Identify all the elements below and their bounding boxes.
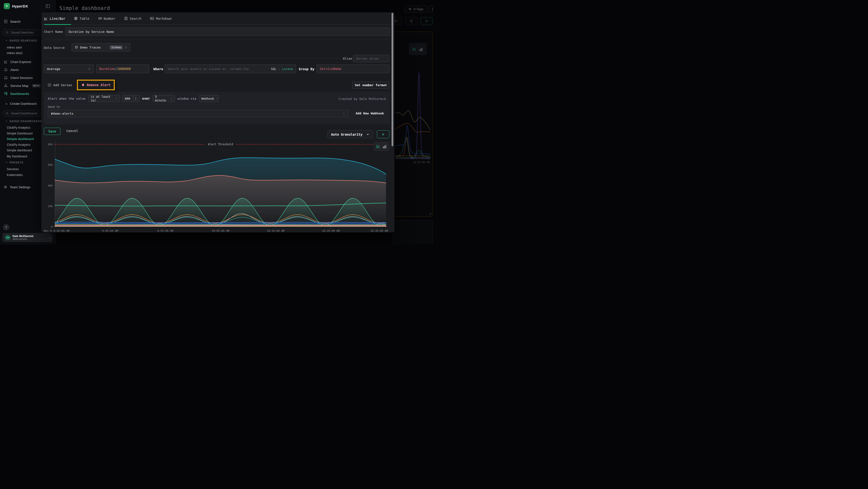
- aggregation-select[interactable]: Average: [44, 64, 94, 73]
- remove-alert-highlight: Remove Alert: [77, 80, 115, 90]
- help-button[interactable]: ?: [3, 224, 9, 230]
- svg-text:10:35:00 AM: 10:35:00 AM: [370, 229, 388, 232]
- sql-mode-toggle[interactable]: SQL: [271, 67, 277, 71]
- tags-button[interactable]: 0 Tags: [404, 5, 428, 13]
- sidebar-item-search[interactable]: Search: [4, 18, 21, 25]
- number-stepper[interactable]: [133, 95, 137, 102]
- alert-channel-select[interactable]: Webhook: [199, 95, 219, 102]
- search-doc-icon: [4, 20, 8, 23]
- dashboard-list-item[interactable]: Simple dashboard: [7, 147, 32, 153]
- bell-icon: [81, 83, 85, 87]
- hyperdx-logo-icon: [4, 3, 10, 9]
- svg-text:800: 800: [48, 143, 53, 146]
- sidebar-item-alerts[interactable]: Alerts: [4, 66, 19, 73]
- alert-window-select[interactable]: 5 minute: [153, 95, 175, 102]
- svg-text:Nov 6 9:35:00 AM: Nov 6 9:35:00 AM: [44, 229, 69, 232]
- divider: [44, 58, 340, 58]
- saved-search-item[interactable]: mikes tets2: [7, 50, 23, 56]
- user-name: Dale McDiarmid: [12, 235, 33, 238]
- tab-search[interactable]: Search: [124, 17, 142, 21]
- filter-button[interactable]: [405, 17, 417, 25]
- alert-condition-select[interactable]: is at least (≥): [88, 95, 120, 102]
- send-to-label: Send to: [48, 105, 60, 109]
- remove-alert-button[interactable]: Remove Alert: [87, 83, 111, 87]
- svg-text:0: 0: [51, 225, 53, 228]
- presets-header[interactable]: PRESETS: [5, 161, 23, 164]
- alias-label: Alias: [343, 57, 352, 60]
- tab-table[interactable]: Table: [74, 17, 89, 21]
- tile-resize-handle[interactable]: [429, 212, 431, 214]
- saved-dashboards-header[interactable]: SAVED DASHBOARDS: [5, 120, 42, 123]
- dashboard-list-item[interactable]: My Dashboard: [7, 153, 27, 159]
- cancel-button[interactable]: Cancel: [66, 129, 78, 133]
- database-icon: [75, 46, 78, 49]
- created-by-text: Created by Dale McDiarmid: [339, 97, 386, 100]
- sidebar-item-chart-explorer[interactable]: Chart Explorer: [4, 58, 31, 65]
- svg-text:10:15:00 AM: 10:15:00 AM: [267, 229, 284, 232]
- svg-text:400: 400: [48, 184, 53, 187]
- preset-item-services[interactable]: Services: [7, 166, 19, 172]
- tab-markdown[interactable]: Markdown: [150, 17, 172, 21]
- sidebar-item-dashboards[interactable]: Dashboards: [4, 90, 29, 97]
- alert-threshold-input[interactable]: 800: [123, 95, 140, 102]
- granularity-select[interactable]: Auto Granularity: [328, 130, 373, 138]
- chevron-updown-icon: [343, 112, 345, 115]
- where-search-input[interactable]: Search your events w/ Lucene ex. column:…: [164, 64, 296, 73]
- create-dashboard-button[interactable]: + Create Dashboard: [5, 100, 37, 107]
- chevron-updown-icon: [170, 97, 173, 100]
- dashboard-tile-behind[interactable]: 10:35:00 AM: [393, 32, 433, 217]
- sidebar-item-client-sessions[interactable]: Client Sessions: [4, 74, 33, 81]
- sidebar-item-team-settings[interactable]: ⚙ Team Settings: [4, 184, 30, 191]
- table-tab-icon: [74, 17, 78, 20]
- tab-line-bar[interactable]: Line/Bar: [44, 17, 65, 21]
- set-number-format-button[interactable]: Set number format: [352, 82, 390, 89]
- chart-name-input[interactable]: Duration by Service Name: [66, 28, 390, 36]
- kebab-menu-button[interactable]: ⋮: [429, 5, 434, 13]
- dashboard-list-item[interactable]: ClickPy Analytics: [7, 125, 30, 130]
- send-to-select[interactable]: #demo-alerts: [48, 110, 348, 117]
- data-source-select[interactable]: Demo Traces Schema: [72, 43, 130, 51]
- chevron-down-icon: [5, 120, 8, 122]
- chart-name-label: Chart Name: [44, 30, 63, 33]
- modal-scrollbar[interactable]: [392, 13, 393, 146]
- beta-badge: BETA: [32, 84, 41, 87]
- run-chart-button[interactable]: [377, 130, 390, 138]
- background-tile-chart: 10:35:00 AM: [393, 46, 433, 215]
- sidebar-item-service-map[interactable]: Service Map BETA: [4, 82, 41, 89]
- group-by-input[interactable]: ServiceName: [317, 64, 390, 73]
- schema-badge[interactable]: Schema: [110, 46, 123, 50]
- brand[interactable]: HyperDX: [4, 3, 28, 9]
- lucene-mode-toggle[interactable]: Lucene: [282, 67, 293, 71]
- chevron-right-icon: ›: [49, 236, 50, 239]
- play-icon: [425, 19, 429, 23]
- chevron-down-icon: [366, 133, 369, 136]
- field-expression-input[interactable]: Duration/1000000: [96, 64, 149, 73]
- plus-icon: +: [5, 102, 7, 106]
- dashboard-tile-below[interactable]: [393, 220, 433, 244]
- saved-search-item[interactable]: mikes alert: [7, 45, 22, 50]
- tag-icon: [408, 7, 412, 11]
- kebab-icon: ⋮: [431, 7, 434, 11]
- user-menu[interactable]: DM Dale McDiarmid demo-service - ›: [2, 233, 53, 242]
- bar-chart-icon[interactable]: [383, 144, 387, 148]
- dashboard-list-item[interactable]: ClickPy Analytics: [7, 142, 30, 147]
- dashboard-list-item[interactable]: Simple Dashboard: [7, 131, 33, 136]
- filter-icon: [409, 19, 413, 23]
- refresh-icon: ↻: [394, 19, 397, 23]
- saved-searches-header[interactable]: SAVED SEARCHES: [5, 39, 37, 42]
- tab-number[interactable]: 123 Number: [98, 17, 116, 21]
- run-query-button-background[interactable]: [421, 17, 433, 25]
- sidebar-collapse-button[interactable]: [45, 4, 50, 8]
- series-alias-input[interactable]: Series alias: [353, 55, 389, 62]
- svg-text:10:25:00 AM: 10:25:00 AM: [322, 229, 340, 232]
- magnifier-icon: [5, 31, 9, 34]
- dashboard-list-item-active[interactable]: Simple dashboard: [7, 136, 34, 141]
- save-button[interactable]: Save: [44, 128, 61, 135]
- preset-item-kubernetes[interactable]: Kubernetes: [7, 172, 23, 177]
- line-chart-icon[interactable]: [376, 144, 380, 148]
- add-new-webhook-button[interactable]: Add New Webhook: [355, 112, 384, 115]
- divider: [44, 39, 390, 40]
- chart-type-toggle: [374, 142, 390, 151]
- add-series-button[interactable]: Add Series: [48, 83, 72, 87]
- where-label: Where: [153, 67, 163, 71]
